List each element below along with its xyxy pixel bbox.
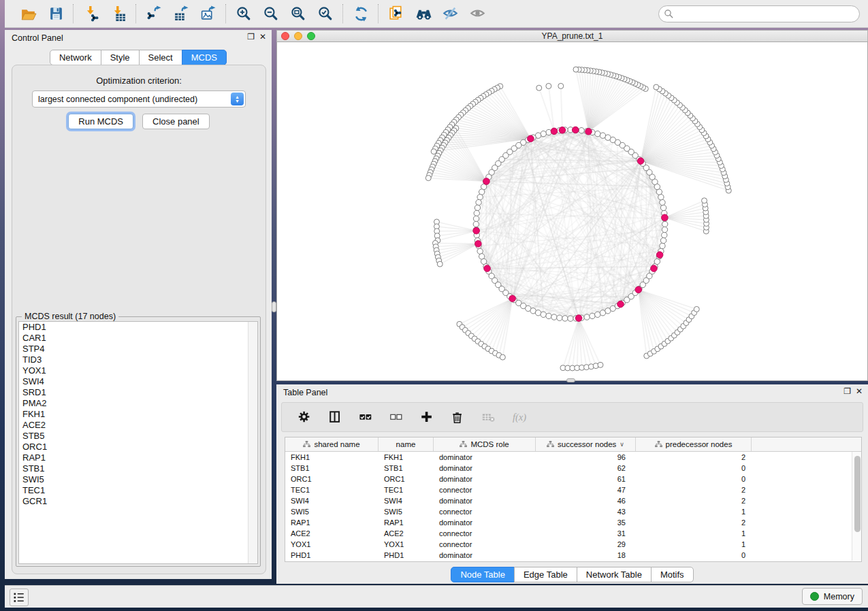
table-row[interactable]: TEC1TEC1connector472 [285, 484, 861, 495]
mcds-result-item[interactable]: GCR1 [19, 496, 257, 507]
tab-network-table[interactable]: Network Table [577, 567, 652, 582]
zoom-selected-icon[interactable] [317, 5, 334, 22]
mcds-result-item[interactable]: TEC1 [19, 485, 257, 496]
main-toolbar [5, 0, 868, 28]
zoom-fit-icon[interactable] [289, 5, 307, 22]
table-row[interactable]: ORC1ORC1dominator610 [285, 474, 861, 484]
table-panel: Table Panel ❐ ✕ f(x) shared namenameMCDS… [276, 384, 868, 584]
cell-mcds_role: dominator [434, 464, 536, 472]
cell-mcds_role: dominator [434, 453, 536, 461]
float-table-panel-icon[interactable]: ❐ [843, 386, 851, 396]
zoom-in-icon[interactable] [235, 5, 253, 22]
table-row[interactable]: PHD1PHD1dominator180 [285, 550, 861, 561]
cell-shared_name: SWI4 [285, 497, 379, 505]
table-row[interactable]: RAP1RAP1dominator352 [285, 517, 861, 528]
mcds-result-item[interactable]: YOX1 [19, 365, 257, 376]
delete-table-icon[interactable] [479, 408, 497, 426]
float-panel-icon[interactable]: ❐ [247, 32, 255, 42]
mcds-result-item[interactable]: STB1 [19, 463, 257, 474]
mcds-result-item[interactable]: TID3 [19, 354, 257, 365]
table-row[interactable]: FKH1FKH1dominator962 [285, 452, 861, 463]
select-all-icon[interactable] [357, 408, 374, 426]
tab-node-table[interactable]: Node Table [451, 567, 515, 582]
mcds-result-item[interactable]: FKH1 [19, 409, 257, 420]
show-all-icon[interactable] [469, 5, 487, 22]
tab-edge-table[interactable]: Edge Table [514, 567, 577, 582]
cell-name: RAP1 [379, 518, 434, 527]
close-panel-button[interactable]: Close panel [142, 114, 210, 129]
network-window-titlebar[interactable]: YPA_prune.txt_1 [276, 30, 868, 42]
column-header-MCDS-role[interactable]: MCDS role [434, 437, 536, 451]
zoom-out-icon[interactable] [262, 5, 280, 22]
tab-select[interactable]: Select [139, 50, 182, 65]
table-row[interactable]: SWI5SWI5connector431 [285, 506, 861, 517]
memory-button[interactable]: Memory [802, 588, 863, 605]
function-builder-icon[interactable]: f(x) [510, 408, 528, 426]
node-table[interactable]: shared namenameMCDS rolesuccessor nodes∨… [285, 437, 862, 562]
mcds-result-item[interactable]: ORC1 [19, 442, 257, 452]
cell-name: YOX1 [379, 540, 434, 548]
mcds-result-item[interactable]: PHD1 [19, 322, 257, 333]
mcds-result-item[interactable]: ACE2 [19, 420, 257, 431]
table-row[interactable]: YOX1YOX1connector291 [285, 539, 861, 550]
apply-layout-icon[interactable] [352, 5, 370, 22]
status-bar: Memory [5, 585, 868, 608]
vertical-splitter-handle[interactable] [272, 301, 276, 312]
search-input[interactable] [658, 5, 860, 22]
optimization-criterion-select[interactable]: largest connected component (undirected)… [32, 90, 246, 108]
network-canvas[interactable] [276, 42, 868, 381]
tab-network[interactable]: Network [50, 50, 101, 65]
mcds-result-item[interactable]: SRD1 [19, 387, 257, 398]
column-header-successor-nodes[interactable]: successor nodes∨ [536, 437, 636, 451]
mcds-list-scrollbar[interactable] [248, 322, 257, 563]
mcds-result-item[interactable]: SWI5 [19, 474, 257, 485]
cell-predecessor_nodes: 2 [636, 497, 752, 505]
show-columns-icon[interactable] [326, 408, 344, 426]
table-row[interactable]: STB1STB1dominator620 [285, 463, 861, 474]
cell-shared_name: ACE2 [285, 529, 379, 538]
cell-name: SWI4 [379, 497, 434, 505]
mcds-tab-content: Optimization criterion: largest connecte… [12, 65, 266, 574]
mcds-result-title: MCDS result (17 nodes) [22, 312, 118, 321]
close-table-panel-icon[interactable]: ✕ [856, 386, 863, 396]
table-row[interactable]: ACE2ACE2connector311 [285, 528, 861, 539]
open-session-icon[interactable] [20, 5, 37, 22]
close-panel-icon[interactable]: ✕ [259, 32, 266, 42]
cell-shared_name: STB1 [285, 464, 379, 472]
mcds-result-list[interactable]: PHD1CAR1STP4TID3YOX1SWI4SRD1PMA2FKH1ACE2… [18, 321, 258, 564]
export-table-icon[interactable] [172, 5, 190, 22]
export-image-icon[interactable] [199, 5, 217, 22]
tab-mcds[interactable]: MCDS [182, 50, 227, 65]
table-scrollbar[interactable] [852, 452, 861, 561]
deselect-all-icon[interactable] [387, 408, 405, 426]
cell-shared_name: ORC1 [285, 475, 379, 483]
cell-mcds_role: dominator [434, 497, 536, 505]
mcds-result-item[interactable]: STP4 [19, 344, 257, 354]
panel-list-button[interactable] [10, 589, 29, 606]
column-header-shared-name[interactable]: shared name [285, 437, 379, 451]
add-column-icon[interactable] [418, 408, 436, 426]
export-network-icon[interactable] [145, 5, 163, 22]
save-session-icon[interactable] [47, 5, 65, 22]
column-header-name[interactable]: name [379, 437, 434, 451]
mcds-result-item[interactable]: CAR1 [19, 333, 257, 344]
cell-name: ORC1 [379, 475, 434, 483]
horizontal-splitter-handle[interactable] [566, 378, 575, 382]
tab-motifs[interactable]: Motifs [651, 567, 694, 582]
mcds-result-item[interactable]: RAP1 [19, 452, 257, 463]
hide-selected-icon[interactable] [442, 5, 460, 22]
new-network-from-selection-icon[interactable] [387, 5, 405, 22]
mcds-result-item[interactable]: STB5 [19, 431, 257, 442]
import-network-icon[interactable] [82, 5, 100, 22]
import-table-icon[interactable] [110, 5, 127, 22]
run-mcds-button[interactable]: Run MCDS [68, 114, 133, 129]
column-header-predecessor-nodes[interactable]: predecessor nodes [636, 437, 752, 451]
first-neighbors-icon[interactable] [415, 5, 432, 22]
table-options-gear-icon[interactable] [295, 408, 313, 426]
mcds-result-item[interactable]: SWI4 [19, 376, 257, 387]
mcds-result-item[interactable]: PMA2 [19, 398, 257, 409]
tab-style[interactable]: Style [101, 50, 140, 65]
search-box[interactable] [658, 5, 860, 22]
delete-column-icon[interactable] [449, 408, 466, 426]
table-row[interactable]: SWI4SWI4dominator462 [285, 495, 861, 506]
